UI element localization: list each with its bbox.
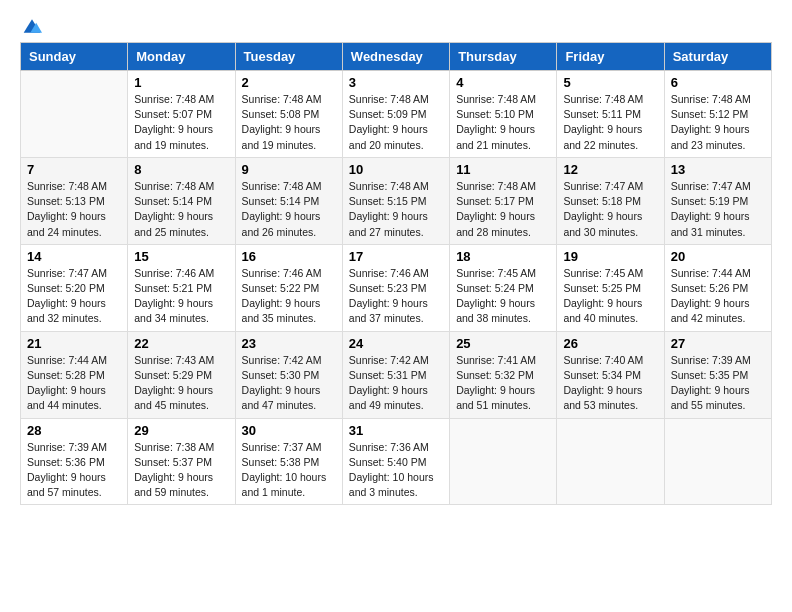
- calendar-cell: 21Sunrise: 7:44 AMSunset: 5:28 PMDayligh…: [21, 331, 128, 418]
- calendar-cell: 22Sunrise: 7:43 AMSunset: 5:29 PMDayligh…: [128, 331, 235, 418]
- calendar-week-row: 1Sunrise: 7:48 AMSunset: 5:07 PMDaylight…: [21, 71, 772, 158]
- day-number: 5: [563, 75, 657, 90]
- day-number: 24: [349, 336, 443, 351]
- day-number: 6: [671, 75, 765, 90]
- col-header-monday: Monday: [128, 43, 235, 71]
- col-header-friday: Friday: [557, 43, 664, 71]
- cell-sun-info: Sunrise: 7:48 AMSunset: 5:14 PMDaylight:…: [242, 179, 336, 240]
- cell-sun-info: Sunrise: 7:48 AMSunset: 5:09 PMDaylight:…: [349, 92, 443, 153]
- calendar-cell: [450, 418, 557, 505]
- cell-sun-info: Sunrise: 7:40 AMSunset: 5:34 PMDaylight:…: [563, 353, 657, 414]
- cell-sun-info: Sunrise: 7:45 AMSunset: 5:25 PMDaylight:…: [563, 266, 657, 327]
- calendar-cell: 9Sunrise: 7:48 AMSunset: 5:14 PMDaylight…: [235, 157, 342, 244]
- day-number: 1: [134, 75, 228, 90]
- cell-sun-info: Sunrise: 7:36 AMSunset: 5:40 PMDaylight:…: [349, 440, 443, 501]
- col-header-wednesday: Wednesday: [342, 43, 449, 71]
- col-header-tuesday: Tuesday: [235, 43, 342, 71]
- calendar-cell: 13Sunrise: 7:47 AMSunset: 5:19 PMDayligh…: [664, 157, 771, 244]
- calendar-cell: 15Sunrise: 7:46 AMSunset: 5:21 PMDayligh…: [128, 244, 235, 331]
- calendar-cell: 11Sunrise: 7:48 AMSunset: 5:17 PMDayligh…: [450, 157, 557, 244]
- cell-sun-info: Sunrise: 7:48 AMSunset: 5:13 PMDaylight:…: [27, 179, 121, 240]
- cell-sun-info: Sunrise: 7:46 AMSunset: 5:22 PMDaylight:…: [242, 266, 336, 327]
- day-number: 10: [349, 162, 443, 177]
- page-header: [20, 16, 772, 32]
- cell-sun-info: Sunrise: 7:39 AMSunset: 5:35 PMDaylight:…: [671, 353, 765, 414]
- day-number: 9: [242, 162, 336, 177]
- day-number: 27: [671, 336, 765, 351]
- cell-sun-info: Sunrise: 7:41 AMSunset: 5:32 PMDaylight:…: [456, 353, 550, 414]
- cell-sun-info: Sunrise: 7:47 AMSunset: 5:19 PMDaylight:…: [671, 179, 765, 240]
- calendar-cell: [664, 418, 771, 505]
- calendar-cell: 31Sunrise: 7:36 AMSunset: 5:40 PMDayligh…: [342, 418, 449, 505]
- calendar-table: SundayMondayTuesdayWednesdayThursdayFrid…: [20, 42, 772, 505]
- day-number: 4: [456, 75, 550, 90]
- day-number: 7: [27, 162, 121, 177]
- day-number: 30: [242, 423, 336, 438]
- day-number: 29: [134, 423, 228, 438]
- cell-sun-info: Sunrise: 7:44 AMSunset: 5:28 PMDaylight:…: [27, 353, 121, 414]
- cell-sun-info: Sunrise: 7:48 AMSunset: 5:17 PMDaylight:…: [456, 179, 550, 240]
- day-number: 23: [242, 336, 336, 351]
- calendar-cell: 24Sunrise: 7:42 AMSunset: 5:31 PMDayligh…: [342, 331, 449, 418]
- cell-sun-info: Sunrise: 7:48 AMSunset: 5:15 PMDaylight:…: [349, 179, 443, 240]
- calendar-header-row: SundayMondayTuesdayWednesdayThursdayFrid…: [21, 43, 772, 71]
- calendar-cell: 10Sunrise: 7:48 AMSunset: 5:15 PMDayligh…: [342, 157, 449, 244]
- day-number: 25: [456, 336, 550, 351]
- calendar-week-row: 21Sunrise: 7:44 AMSunset: 5:28 PMDayligh…: [21, 331, 772, 418]
- cell-sun-info: Sunrise: 7:42 AMSunset: 5:30 PMDaylight:…: [242, 353, 336, 414]
- calendar-cell: 20Sunrise: 7:44 AMSunset: 5:26 PMDayligh…: [664, 244, 771, 331]
- cell-sun-info: Sunrise: 7:45 AMSunset: 5:24 PMDaylight:…: [456, 266, 550, 327]
- calendar-cell: 23Sunrise: 7:42 AMSunset: 5:30 PMDayligh…: [235, 331, 342, 418]
- cell-sun-info: Sunrise: 7:47 AMSunset: 5:20 PMDaylight:…: [27, 266, 121, 327]
- cell-sun-info: Sunrise: 7:46 AMSunset: 5:21 PMDaylight:…: [134, 266, 228, 327]
- day-number: 20: [671, 249, 765, 264]
- cell-sun-info: Sunrise: 7:48 AMSunset: 5:10 PMDaylight:…: [456, 92, 550, 153]
- cell-sun-info: Sunrise: 7:48 AMSunset: 5:11 PMDaylight:…: [563, 92, 657, 153]
- day-number: 26: [563, 336, 657, 351]
- calendar-cell: 30Sunrise: 7:37 AMSunset: 5:38 PMDayligh…: [235, 418, 342, 505]
- day-number: 12: [563, 162, 657, 177]
- day-number: 13: [671, 162, 765, 177]
- day-number: 22: [134, 336, 228, 351]
- calendar-cell: [21, 71, 128, 158]
- day-number: 17: [349, 249, 443, 264]
- day-number: 21: [27, 336, 121, 351]
- day-number: 19: [563, 249, 657, 264]
- calendar-cell: 19Sunrise: 7:45 AMSunset: 5:25 PMDayligh…: [557, 244, 664, 331]
- day-number: 28: [27, 423, 121, 438]
- day-number: 14: [27, 249, 121, 264]
- col-header-sunday: Sunday: [21, 43, 128, 71]
- calendar-cell: [557, 418, 664, 505]
- calendar-cell: 6Sunrise: 7:48 AMSunset: 5:12 PMDaylight…: [664, 71, 771, 158]
- cell-sun-info: Sunrise: 7:38 AMSunset: 5:37 PMDaylight:…: [134, 440, 228, 501]
- cell-sun-info: Sunrise: 7:48 AMSunset: 5:12 PMDaylight:…: [671, 92, 765, 153]
- calendar-cell: 17Sunrise: 7:46 AMSunset: 5:23 PMDayligh…: [342, 244, 449, 331]
- col-header-saturday: Saturday: [664, 43, 771, 71]
- day-number: 16: [242, 249, 336, 264]
- day-number: 31: [349, 423, 443, 438]
- calendar-cell: 16Sunrise: 7:46 AMSunset: 5:22 PMDayligh…: [235, 244, 342, 331]
- calendar-week-row: 14Sunrise: 7:47 AMSunset: 5:20 PMDayligh…: [21, 244, 772, 331]
- col-header-thursday: Thursday: [450, 43, 557, 71]
- logo-icon: [22, 16, 42, 36]
- calendar-cell: 29Sunrise: 7:38 AMSunset: 5:37 PMDayligh…: [128, 418, 235, 505]
- calendar-cell: 14Sunrise: 7:47 AMSunset: 5:20 PMDayligh…: [21, 244, 128, 331]
- calendar-cell: 1Sunrise: 7:48 AMSunset: 5:07 PMDaylight…: [128, 71, 235, 158]
- cell-sun-info: Sunrise: 7:48 AMSunset: 5:08 PMDaylight:…: [242, 92, 336, 153]
- cell-sun-info: Sunrise: 7:48 AMSunset: 5:14 PMDaylight:…: [134, 179, 228, 240]
- calendar-week-row: 28Sunrise: 7:39 AMSunset: 5:36 PMDayligh…: [21, 418, 772, 505]
- cell-sun-info: Sunrise: 7:37 AMSunset: 5:38 PMDaylight:…: [242, 440, 336, 501]
- logo: [20, 16, 42, 32]
- cell-sun-info: Sunrise: 7:43 AMSunset: 5:29 PMDaylight:…: [134, 353, 228, 414]
- calendar-cell: 27Sunrise: 7:39 AMSunset: 5:35 PMDayligh…: [664, 331, 771, 418]
- day-number: 3: [349, 75, 443, 90]
- cell-sun-info: Sunrise: 7:48 AMSunset: 5:07 PMDaylight:…: [134, 92, 228, 153]
- calendar-cell: 7Sunrise: 7:48 AMSunset: 5:13 PMDaylight…: [21, 157, 128, 244]
- day-number: 8: [134, 162, 228, 177]
- calendar-cell: 25Sunrise: 7:41 AMSunset: 5:32 PMDayligh…: [450, 331, 557, 418]
- calendar-cell: 5Sunrise: 7:48 AMSunset: 5:11 PMDaylight…: [557, 71, 664, 158]
- cell-sun-info: Sunrise: 7:47 AMSunset: 5:18 PMDaylight:…: [563, 179, 657, 240]
- day-number: 2: [242, 75, 336, 90]
- calendar-cell: 26Sunrise: 7:40 AMSunset: 5:34 PMDayligh…: [557, 331, 664, 418]
- cell-sun-info: Sunrise: 7:42 AMSunset: 5:31 PMDaylight:…: [349, 353, 443, 414]
